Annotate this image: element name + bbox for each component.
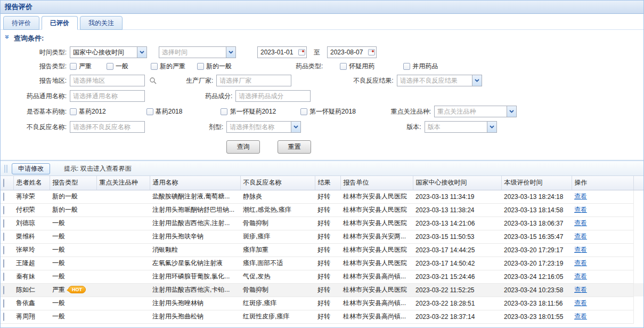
col-evaluated[interactable]: 本级评价时间 bbox=[501, 176, 572, 190]
row-checkbox[interactable] bbox=[3, 233, 4, 241]
table-row[interactable]: 蒋周翔 一般 注射用头孢曲松钠 红斑性皮疹,瘙痒 好转 桂林市兴安县高尚镇...… bbox=[1, 310, 644, 323]
checkbox-new-general[interactable]: 新的一般 bbox=[197, 62, 232, 71]
select-all-checkbox[interactable] bbox=[3, 179, 4, 187]
time-type-select[interactable]: 国家中心接收时间 bbox=[70, 46, 147, 58]
view-link[interactable]: 查看 bbox=[574, 219, 587, 227]
checkbox-icon[interactable] bbox=[146, 108, 153, 115]
cell-generic: 注射用头孢哌酮钠舒巴坦钠... bbox=[150, 203, 240, 217]
chevron-down-icon[interactable] bbox=[226, 47, 235, 58]
drag-handle-icon[interactable] bbox=[4, 165, 7, 173]
tab-evaluated[interactable]: 已评价 bbox=[42, 16, 78, 30]
cell-received: 2023-03-17 14:44:25 bbox=[413, 243, 501, 257]
chevron-down-icon[interactable] bbox=[291, 122, 300, 132]
cell-adr: 骨髓抑制 bbox=[240, 283, 315, 297]
checkbox-new-severe[interactable]: 新的严重 bbox=[151, 62, 185, 71]
chevron-down-icon[interactable] bbox=[487, 122, 496, 132]
calendar-icon[interactable] bbox=[366, 47, 376, 58]
adr-result-select[interactable]: 请选择不良反应结果 bbox=[397, 75, 482, 86]
col-unit[interactable]: 报告单位 bbox=[340, 176, 413, 190]
manufacturer-input[interactable]: 请选择厂家 bbox=[216, 75, 291, 86]
checkbox-icon[interactable] bbox=[300, 108, 307, 115]
view-link[interactable]: 查看 bbox=[574, 193, 587, 200]
report-region-input[interactable]: 请选择地区 bbox=[70, 75, 145, 86]
col-patient[interactable]: 患者姓名 bbox=[13, 176, 50, 190]
view-link[interactable]: 查看 bbox=[574, 273, 587, 280]
checkbox-first-suspect-2018[interactable]: 第一怀疑药2018 bbox=[300, 107, 356, 116]
chevron-down-icon[interactable] bbox=[507, 106, 516, 117]
search-icon[interactable] bbox=[149, 77, 157, 85]
col-received[interactable]: 国家中心接收时间 bbox=[413, 176, 501, 190]
checkbox-severe[interactable]: 严重 bbox=[70, 62, 92, 71]
row-checkbox[interactable] bbox=[3, 299, 4, 308]
row-checkbox[interactable] bbox=[3, 219, 4, 228]
dosage-select[interactable]: 请选择剂型名称 bbox=[226, 121, 301, 133]
col-operation[interactable]: 操作 bbox=[572, 176, 633, 190]
checkbox-concomitant-drug[interactable]: 并用药品 bbox=[403, 62, 438, 71]
table-row[interactable]: 陈如仁 严重HOT 注射用盐酸吉西他滨,卡铂... 骨髓抑制 好转 桂林市兴安县… bbox=[1, 283, 644, 297]
cell-focus bbox=[96, 297, 150, 310]
view-link[interactable]: 查看 bbox=[574, 299, 587, 307]
table-row[interactable]: 鲁依鑫 一般 注射用头孢唑林钠 红斑疹,瘙痒 好转 桂林市兴安县高尚镇... 2… bbox=[1, 297, 644, 310]
view-link[interactable]: 查看 bbox=[574, 206, 587, 213]
version-select[interactable]: 版本 bbox=[425, 121, 497, 133]
calendar-icon[interactable] bbox=[297, 47, 306, 58]
checkbox-icon[interactable] bbox=[403, 63, 410, 70]
table-row[interactable]: 张翠玲 一般 消银颗粒 瘙痒加重 好转 桂林市兴安县人民医院 2023-03-1… bbox=[1, 243, 644, 257]
col-focus[interactable]: 重点关注品种 bbox=[96, 176, 150, 190]
view-link[interactable]: 查看 bbox=[574, 233, 587, 240]
tab-my-focus[interactable]: 我的关注 bbox=[80, 16, 123, 30]
tab-pending[interactable]: 待评价 bbox=[3, 16, 39, 30]
checkbox-icon[interactable] bbox=[70, 108, 77, 115]
table-row[interactable]: 秦有妹 一般 注射用环磷腺苷葡胺,氯化... 气促,发热 好转 桂林市兴安县高尚… bbox=[1, 270, 644, 283]
time-range-select[interactable]: 选择时间 bbox=[159, 46, 236, 58]
date-to-input[interactable]: 2023-08-07 bbox=[327, 46, 377, 58]
adr-name-input[interactable]: 请选择不良反应名称 bbox=[70, 121, 145, 133]
view-link[interactable]: 查看 bbox=[574, 286, 587, 293]
table-row[interactable]: 王隆超 一般 左氧氟沙星氯化钠注射液 瘙痒,面部不适 好转 桂林市兴安县人民医院… bbox=[1, 257, 644, 270]
row-checkbox[interactable] bbox=[3, 273, 4, 281]
checkbox-icon[interactable] bbox=[221, 108, 227, 115]
row-checkbox[interactable] bbox=[3, 313, 4, 321]
view-link[interactable]: 查看 bbox=[574, 313, 587, 320]
chevron-down-icon[interactable] bbox=[472, 75, 482, 86]
focus-select[interactable]: 重点关注品种 bbox=[434, 106, 517, 117]
row-checkbox[interactable] bbox=[3, 206, 4, 214]
apply-modify-button[interactable]: 申请修改 bbox=[12, 163, 50, 174]
col-report-type[interactable]: 报告类型 bbox=[50, 176, 96, 190]
ingredient-input[interactable]: 请选择药品成分 bbox=[235, 90, 311, 102]
cell-focus bbox=[96, 257, 150, 270]
date-from-input[interactable]: 2023-01-01 bbox=[257, 46, 307, 58]
checkbox-icon[interactable] bbox=[197, 63, 204, 70]
table-row[interactable]: 付积荣 新的一般 注射用头孢哌酮钠舒巴坦钠... 潮红,感觉热,瘙痒 好转 桂林… bbox=[1, 203, 644, 217]
checkbox-suspected-drug[interactable]: 怀疑用药 bbox=[340, 62, 374, 71]
collapse-icon[interactable]: » bbox=[4, 35, 11, 42]
search-button[interactable]: 查询 bbox=[226, 140, 260, 154]
col-adr[interactable]: 不良反应名称 bbox=[240, 176, 315, 190]
checkbox-first-suspect-2012[interactable]: 第一怀疑药2012 bbox=[221, 107, 276, 116]
checkbox-essential-2018[interactable]: 基药2018 bbox=[146, 107, 183, 116]
cell-report-type: 一般 bbox=[50, 310, 96, 323]
view-link[interactable]: 查看 bbox=[574, 259, 587, 267]
chevron-down-icon[interactable] bbox=[137, 47, 146, 58]
view-link[interactable]: 查看 bbox=[574, 246, 587, 253]
table-row[interactable]: 刘德琼 一般 注射用盐酸吉西他滨,注射... 骨髓抑制 好转 桂林市兴安县人民医… bbox=[1, 217, 644, 230]
col-generic[interactable]: 通用名称 bbox=[150, 176, 240, 190]
checkbox-icon[interactable] bbox=[107, 63, 113, 70]
table-row[interactable]: 粟维科 一般 注射用头孢呋辛钠 斑疹,瘙痒 好转 桂林市兴安县兴安两... 20… bbox=[1, 230, 644, 243]
table-row[interactable]: 蒋珍荣 新的一般 盐酸胺碘酮注射液,葡萄糖... 静脉炎 好转 桂林市兴安县人民… bbox=[1, 190, 644, 203]
cell-result: 好转 bbox=[315, 230, 340, 243]
row-checkbox[interactable] bbox=[3, 193, 4, 201]
checkbox-essential-2012[interactable]: 基药2012 bbox=[70, 107, 106, 116]
row-checkbox[interactable] bbox=[3, 246, 4, 254]
reset-button[interactable]: 重置 bbox=[278, 140, 311, 154]
col-result[interactable]: 结果 bbox=[315, 176, 340, 190]
row-checkbox[interactable] bbox=[3, 259, 4, 268]
focus-label: 重点关注品种: bbox=[391, 107, 434, 116]
checkbox-icon[interactable] bbox=[70, 63, 77, 70]
generic-name-input[interactable]: 请选择通用名称 bbox=[70, 90, 145, 102]
cell-adr: 瘙痒加重 bbox=[240, 243, 315, 257]
checkbox-icon[interactable] bbox=[151, 63, 158, 70]
row-checkbox[interactable] bbox=[3, 286, 4, 294]
checkbox-general[interactable]: 一般 bbox=[107, 62, 128, 71]
checkbox-icon[interactable] bbox=[340, 63, 347, 70]
